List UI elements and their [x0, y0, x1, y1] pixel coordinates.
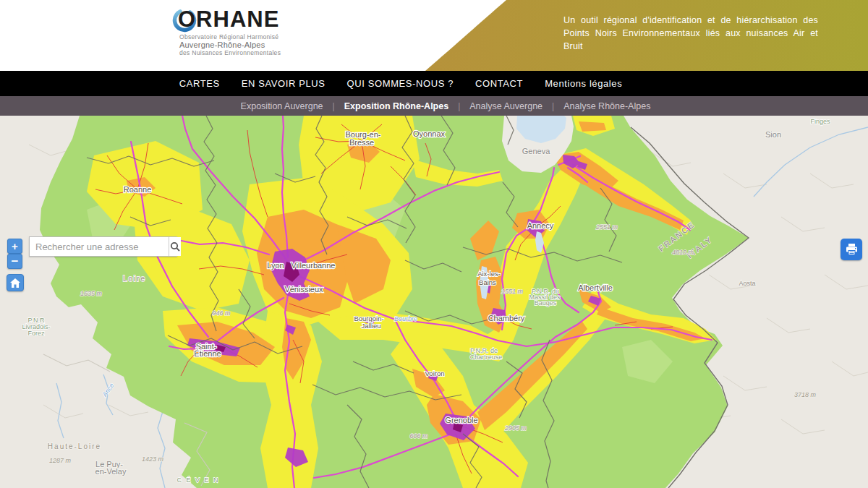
- map-label-1635-m: 1635 m: [80, 290, 103, 297]
- home-icon: [10, 278, 20, 288]
- nav-item-cartes[interactable]: CARTES: [179, 78, 220, 89]
- map-label-sion: Sion: [765, 130, 781, 139]
- map-label-946-m: 946 m: [212, 309, 231, 317]
- map-label-oyonnax: Oyonnax: [413, 129, 446, 138]
- map-label-aosta: Aosta: [739, 280, 755, 287]
- map-label-1423-m: 1423 m: [142, 455, 164, 463]
- map-label-forez: Forez: [27, 330, 45, 337]
- orhane-logo[interactable]: ORHANE Observatoire Régional Harmonisé A…: [171, 6, 281, 56]
- main-nav: CARTESEN SAVOIR PLUSQUI SOMMES-NOUS ?CON…: [0, 71, 868, 96]
- map-label-bauges: Bauges: [535, 299, 557, 307]
- map-label-bresse: Bresse: [349, 138, 374, 147]
- sub-nav-items: Exposition Auvergne|Exposition Rhône-Alp…: [241, 101, 651, 111]
- map-label-annecy: Annecy: [527, 221, 554, 230]
- map-label-chamb-ry: Chambéry: [488, 314, 525, 322]
- map-label-1287-m: 1287 m: [49, 457, 72, 464]
- orhane-app: Un outil régional d'identification et de…: [0, 0, 868, 488]
- search-input[interactable]: [30, 237, 169, 256]
- map-label-jallieu: Jallieu: [362, 322, 381, 330]
- header-tagline: Un outil régional d'identification et de…: [563, 14, 818, 53]
- map-viewport[interactable]: RoanneBourg-en-BresseOyonnaxLyonVilleurb…: [0, 116, 868, 488]
- map-label-aix-les: Aix-les-: [477, 270, 501, 278]
- map-label-bourbre: Bourbre: [394, 315, 417, 322]
- zoom-in-button[interactable]: +: [7, 239, 22, 254]
- nav-item-mentions-l-gales[interactable]: Mentions légales: [545, 78, 622, 89]
- subnav-item-exposition-rh-ne-alpes[interactable]: Exposition Rhône-Alpes: [344, 101, 448, 111]
- map-label-haute-loire: Haute-Loire: [48, 442, 101, 450]
- sub-nav: Exposition Auvergne|Exposition Rhône-Alp…: [0, 96, 868, 116]
- map-label-2905-m: 2905 m: [504, 424, 527, 432]
- map-label-loire: Loire: [123, 275, 146, 283]
- map-label-voiron: Voiron: [425, 369, 445, 377]
- map-label-2551-m: 2551 m: [595, 223, 618, 231]
- subnav-item-exposition-auvergne[interactable]: Exposition Auvergne: [241, 101, 323, 111]
- logo-title: ORHANE: [178, 7, 279, 33]
- map-label-v-nissieux: Vénissieux: [284, 285, 323, 294]
- map-label-albertville: Albertville: [578, 283, 613, 292]
- main-nav-items: CARTESEN SAVOIR PLUSQUI SOMMES-NOUS ?CON…: [179, 78, 623, 89]
- nav-item-en-savoir-plus[interactable]: EN SAVOIR PLUS: [242, 78, 326, 89]
- map-label-c-v-e-n: C É V E N: [176, 476, 219, 484]
- home-button[interactable]: [7, 274, 24, 291]
- printer-icon: [846, 244, 858, 255]
- map-label-1551-m: 1551 m: [501, 288, 524, 295]
- print-button[interactable]: [841, 239, 862, 260]
- subnav-separator: |: [552, 101, 554, 111]
- search-icon: [169, 241, 181, 252]
- address-search: [29, 236, 177, 257]
- nav-item-qui-sommes-nous[interactable]: QUI SOMMES-NOUS ?: [347, 78, 454, 89]
- map-label-chartreuse: Chartreuse: [470, 354, 503, 361]
- map-label-geneva: Geneva: [522, 147, 550, 155]
- map-label-606-m: 606 m: [409, 432, 428, 440]
- map-label-villeurbanne: Villeurbanne: [292, 261, 336, 270]
- map-label-3718-m: 3718 m: [794, 391, 817, 398]
- map-label-4810-m: 4810 m: [672, 249, 694, 256]
- logo-subtitle-1: Observatoire Régional Harmonisé: [179, 33, 281, 40]
- subnav-separator: |: [458, 101, 460, 111]
- map-container: RoanneBourg-en-BresseOyonnaxLyonVilleurb…: [0, 116, 868, 488]
- header: Un outil régional d'identification et de…: [0, 0, 868, 71]
- nav-item-contact[interactable]: CONTACT: [475, 78, 523, 89]
- map-label-roanne: Roanne: [124, 185, 152, 194]
- subnav-item-analyse-auvergne[interactable]: Analyse Auvergne: [469, 101, 542, 111]
- logo-subtitle-3: des Nuisances Environnementales: [179, 49, 281, 56]
- logo-subtitle-2: Auvergne-Rhône-Alpes: [179, 40, 281, 49]
- subnav-separator: |: [333, 101, 335, 111]
- map-label-en-velay: en-Velay: [95, 467, 127, 476]
- map-label-finges: Finges: [810, 118, 830, 125]
- map-label-tienne: Étienne: [194, 349, 221, 358]
- zoom-out-button[interactable]: −: [7, 254, 22, 269]
- map-label-bains: Bains: [479, 278, 496, 286]
- map-label-grenoble: Grenoble: [445, 416, 477, 424]
- map-label-lyon: Lyon: [267, 261, 284, 270]
- search-button[interactable]: [169, 237, 181, 256]
- subnav-item-analyse-rh-ne-alpes[interactable]: Analyse Rhône-Alpes: [563, 101, 650, 111]
